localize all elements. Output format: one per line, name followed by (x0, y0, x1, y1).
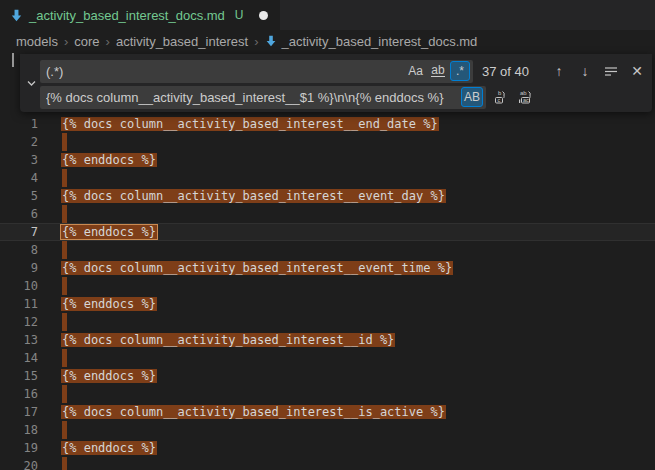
line-number[interactable]: 2 (0, 133, 38, 151)
close-find-button[interactable]: ✕ (626, 60, 648, 82)
previous-match-button[interactable]: ↑ (548, 60, 570, 82)
code-line[interactable]: 8 (0, 241, 655, 259)
markdown-file-icon (10, 9, 23, 22)
line-number[interactable]: 17 (0, 403, 38, 421)
code-line[interactable]: 18 (0, 421, 655, 439)
toggle-replace-chevron-icon[interactable] (23, 54, 40, 112)
line-content (62, 421, 67, 439)
find-match: {% docs column__activity_based_interest_… (61, 117, 439, 131)
breadcrumb-item-models[interactable]: models (16, 34, 58, 49)
line-number[interactable]: 1 (0, 115, 38, 133)
breadcrumb: models › core › activity_based_interest … (0, 30, 655, 52)
editor-tab[interactable]: _activity_based_interest_docs.md U (0, 0, 280, 30)
line-number[interactable]: 6 (0, 205, 38, 223)
code-line[interactable]: 9{% docs column__activity_based_interest… (0, 259, 655, 277)
git-status-badge: U (235, 8, 244, 22)
preserve-case-toggle[interactable]: AB (461, 87, 483, 107)
regex-label: .* (456, 64, 464, 78)
preserve-case-label: AB (464, 90, 480, 104)
next-match-button[interactable]: ↓ (574, 60, 596, 82)
code-line[interactable]: 7{% enddocs %} (0, 223, 655, 241)
find-match-empty-line (62, 205, 67, 223)
find-match: {% enddocs %} (61, 153, 157, 167)
code-line[interactable]: 20 (0, 457, 655, 470)
find-match-empty-line (62, 349, 67, 367)
line-number[interactable]: 9 (0, 259, 38, 277)
code-lines: 1{% docs column__activity_based_interest… (0, 115, 655, 470)
line-number[interactable]: 8 (0, 241, 38, 259)
chevron-right-icon: › (106, 34, 110, 49)
svg-text:ab: ab (520, 90, 527, 96)
code-line[interactable]: 19{% enddocs %} (0, 439, 655, 457)
code-line[interactable]: 12 (0, 313, 655, 331)
line-content (62, 205, 67, 223)
whole-word-label: ab (431, 65, 444, 77)
editor-pane[interactable]: 1{% docs column__activity_based_interest… (0, 52, 655, 470)
line-number[interactable]: 19 (0, 439, 38, 457)
breadcrumb-item-folder[interactable]: activity_based_interest (116, 34, 248, 49)
find-match: {% docs column__activity_based_interest_… (61, 405, 446, 419)
match-case-toggle[interactable]: Aa (405, 61, 426, 81)
find-match-empty-line (62, 421, 67, 439)
code-line[interactable]: 17{% docs column__activity_based_interes… (0, 403, 655, 421)
code-line[interactable]: 15{% enddocs %} (0, 367, 655, 385)
unsaved-changes-dot[interactable] (259, 11, 268, 20)
code-line[interactable]: 10 (0, 277, 655, 295)
line-number[interactable]: 4 (0, 169, 38, 187)
line-number[interactable]: 10 (0, 277, 38, 295)
vscode-editor-window: _activity_based_interest_docs.md U model… (0, 0, 655, 470)
line-number[interactable]: 13 (0, 331, 38, 349)
svg-text:ac: ac (523, 97, 529, 103)
line-number[interactable]: 5 (0, 187, 38, 205)
find-match: {% docs column__activity_based_interest_… (61, 189, 446, 203)
line-number[interactable]: 14 (0, 349, 38, 367)
chevron-right-icon: › (254, 34, 258, 49)
line-content (62, 169, 67, 187)
code-line[interactable]: 14 (0, 349, 655, 367)
find-input[interactable]: (.*) Aa ab .* (40, 60, 473, 83)
line-content (62, 313, 67, 331)
line-number[interactable]: 16 (0, 385, 38, 403)
line-content (62, 349, 67, 367)
line-content: {% docs column__activity_based_interest_… (62, 259, 452, 277)
line-content (62, 277, 67, 295)
line-content (62, 457, 67, 470)
line-number[interactable]: 12 (0, 313, 38, 331)
code-line[interactable]: 3{% enddocs %} (0, 151, 655, 169)
find-match: {% docs column__activity_based_interest_… (61, 261, 453, 275)
chevron-right-icon: › (64, 34, 68, 49)
breadcrumb-item-file[interactable]: _activity_based_interest_docs.md (282, 34, 478, 49)
code-line[interactable]: 5{% docs column__activity_based_interest… (0, 187, 655, 205)
line-content: {% enddocs %} (62, 439, 156, 457)
breadcrumb-item-core[interactable]: core (74, 34, 99, 49)
code-line[interactable]: 2 (0, 133, 655, 151)
find-in-selection-button[interactable] (600, 60, 622, 82)
line-content (62, 133, 67, 151)
svg-text:b: b (498, 90, 502, 96)
line-number[interactable]: 20 (0, 457, 38, 470)
code-line[interactable]: 13{% docs column__activity_based_interes… (0, 331, 655, 349)
line-number[interactable]: 15 (0, 367, 38, 385)
find-match-empty-line (62, 169, 67, 187)
line-number[interactable]: 11 (0, 295, 38, 313)
code-line[interactable]: 16 (0, 385, 655, 403)
regex-toggle[interactable]: .* (450, 61, 470, 81)
line-content: {% enddocs %} (62, 295, 156, 313)
find-match-empty-line (62, 385, 67, 403)
line-number[interactable]: 3 (0, 151, 38, 169)
code-line[interactable]: 6 (0, 205, 655, 223)
code-line[interactable]: 1{% docs column__activity_based_interest… (0, 115, 655, 133)
line-content: {% docs column__activity_based_interest_… (62, 331, 394, 349)
replace-button[interactable]: b c (490, 86, 512, 108)
code-line[interactable]: 11{% enddocs %} (0, 295, 655, 313)
find-match-empty-line (62, 277, 67, 295)
line-content (62, 385, 67, 403)
line-content: {% enddocs %} (62, 367, 156, 385)
whole-word-toggle[interactable]: ab (428, 61, 448, 81)
line-number[interactable]: 18 (0, 421, 38, 439)
replace-input[interactable]: {% docs column__activity_based_interest_… (40, 86, 486, 109)
code-line[interactable]: 4 (0, 169, 655, 187)
svg-text:c: c (498, 97, 501, 103)
replace-all-button[interactable]: ab ac (514, 86, 536, 108)
line-number[interactable]: 7 (0, 223, 38, 241)
